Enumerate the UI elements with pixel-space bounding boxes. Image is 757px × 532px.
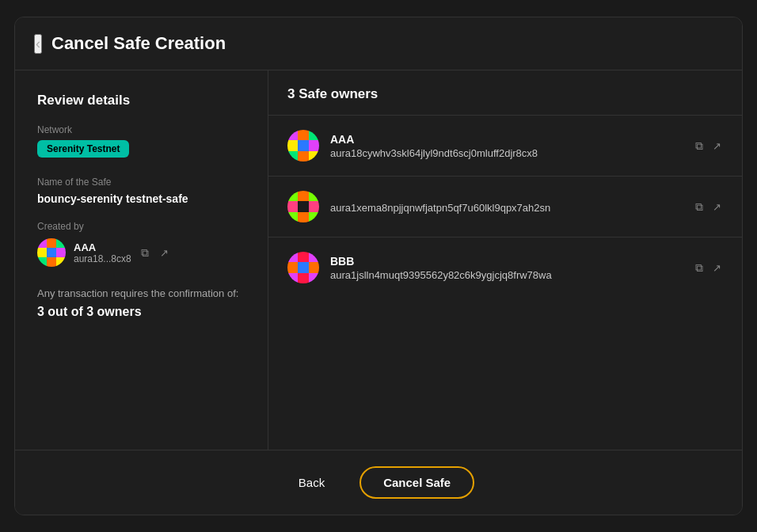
svg-rect-8: [47, 257, 56, 267]
back-arrow-button[interactable]: ‹: [34, 34, 42, 54]
confirmation-text: Any transaction requires the confirmatio…: [37, 286, 245, 302]
modal-body: Review details Network Serenity Testnet …: [15, 70, 742, 450]
owner-avatar-3: [287, 252, 319, 283]
back-button[interactable]: Back: [283, 468, 340, 497]
owner-name-1: AAA: [330, 133, 683, 146]
svg-rect-34: [287, 262, 298, 273]
external-creator-button[interactable]: ↗: [158, 245, 170, 260]
svg-rect-14: [287, 140, 298, 151]
svg-rect-3: [56, 238, 66, 248]
svg-rect-4: [37, 248, 47, 257]
svg-rect-5: [47, 248, 56, 257]
owner-avatar-2: [287, 191, 319, 222]
creator-row: AAA aura18...8cx8 ⧉ ↗: [37, 238, 245, 267]
right-panel: 3 Safe owners: [268, 70, 742, 450]
svg-rect-16: [309, 140, 319, 151]
svg-rect-13: [309, 130, 319, 140]
copy-owner-3-button[interactable]: ⧉: [694, 260, 705, 276]
copy-owner-2-button[interactable]: ⧉: [694, 199, 705, 215]
creator-info: AAA aura18...8cx8: [74, 241, 131, 264]
modal-title: Cancel Safe Creation: [51, 33, 226, 54]
owner-address-2: aura1xema8npjjqnwfjatpn5qf7u60lkl9qpx7ah…: [330, 202, 683, 214]
safe-name-value: bouncy-serenity testnet-safe: [37, 192, 245, 205]
svg-rect-11: [287, 130, 298, 140]
owner-row-1: AAA aura18cywhv3skl64jlyl9ndt6scj0mluff2…: [268, 116, 742, 177]
svg-rect-31: [287, 252, 298, 262]
svg-rect-37: [287, 273, 298, 283]
svg-rect-6: [56, 248, 66, 257]
creator-name: AAA: [74, 241, 131, 253]
svg-rect-2: [47, 238, 56, 248]
owner-info-2: aura1xema8npjjqnwfjatpn5qf7u60lkl9qpx7ah…: [330, 200, 683, 214]
owner-row-2: aura1xema8npjjqnwfjatpn5qf7u60lkl9qpx7ah…: [268, 177, 742, 238]
svg-rect-12: [298, 130, 309, 140]
external-owner-2-button[interactable]: ↗: [711, 200, 723, 215]
owner-actions-2: ⧉ ↗: [694, 199, 723, 215]
modal: ‹ Cancel Safe Creation Review details Ne…: [14, 17, 743, 515]
svg-rect-27: [287, 212, 298, 222]
svg-rect-36: [309, 262, 319, 273]
svg-rect-38: [298, 273, 309, 283]
network-badge: Serenity Testnet: [37, 140, 129, 158]
confirmation-section: Any transaction requires the confirmatio…: [37, 286, 245, 319]
external-owner-1-button[interactable]: ↗: [711, 139, 723, 154]
svg-rect-23: [309, 191, 319, 201]
owner-name-3: BBB: [330, 255, 683, 268]
copy-owner-1-button[interactable]: ⧉: [694, 138, 705, 154]
owner-info-1: AAA aura18cywhv3skl64jlyl9ndt6scj0mluff2…: [330, 133, 683, 159]
owner-avatar-1: [287, 130, 319, 162]
svg-rect-25: [298, 201, 309, 212]
svg-rect-39: [309, 273, 319, 283]
svg-rect-28: [298, 212, 309, 222]
creator-avatar: [37, 238, 66, 267]
created-by-section: Created by: [37, 221, 245, 267]
owner-actions-3: ⧉ ↗: [694, 260, 723, 276]
svg-rect-29: [309, 212, 319, 222]
left-panel: Review details Network Serenity Testnet …: [15, 70, 268, 450]
svg-rect-24: [287, 201, 298, 212]
svg-rect-21: [287, 191, 298, 201]
svg-rect-9: [56, 257, 66, 267]
owner-address-3: aura1jslln4muqt9395562y82c6k9ygjcjq8frw7…: [330, 269, 683, 281]
svg-rect-18: [298, 151, 309, 162]
owner-info-3: BBB aura1jslln4muqt9395562y82c6k9ygjcjq8…: [330, 255, 683, 281]
svg-rect-15: [298, 140, 309, 151]
owners-section-header: 3 Safe owners: [268, 70, 742, 116]
svg-rect-35: [298, 262, 309, 273]
review-details-title: Review details: [37, 93, 245, 108]
modal-footer: Back Cancel Safe: [15, 450, 742, 515]
owner-row-3: BBB aura1jslln4muqt9395562y82c6k9ygjcjq8…: [268, 238, 742, 298]
svg-rect-19: [309, 151, 319, 162]
svg-rect-1: [37, 238, 47, 248]
owner-actions-1: ⧉ ↗: [694, 138, 723, 154]
modal-header: ‹ Cancel Safe Creation: [15, 17, 742, 70]
owner-address-1: aura18cywhv3skl64jlyl9ndt6scj0mluff2djr8…: [330, 147, 683, 159]
external-owner-3-button[interactable]: ↗: [711, 260, 723, 276]
svg-rect-22: [298, 191, 309, 201]
svg-rect-26: [309, 201, 319, 212]
svg-rect-7: [37, 257, 47, 267]
svg-rect-17: [287, 151, 298, 162]
confirmation-bold: 3 out of 3 owners: [37, 305, 245, 319]
creator-address: aura18...8cx8: [74, 253, 131, 264]
created-by-label: Created by: [37, 221, 245, 232]
svg-rect-33: [309, 252, 319, 262]
copy-creator-button[interactable]: ⧉: [139, 245, 150, 261]
owners-section-title: 3 Safe owners: [287, 86, 723, 102]
safe-name-label: Name of the Safe: [37, 177, 245, 188]
network-label: Network: [37, 124, 245, 135]
svg-rect-32: [298, 252, 309, 262]
cancel-safe-button[interactable]: Cancel Safe: [359, 466, 474, 499]
